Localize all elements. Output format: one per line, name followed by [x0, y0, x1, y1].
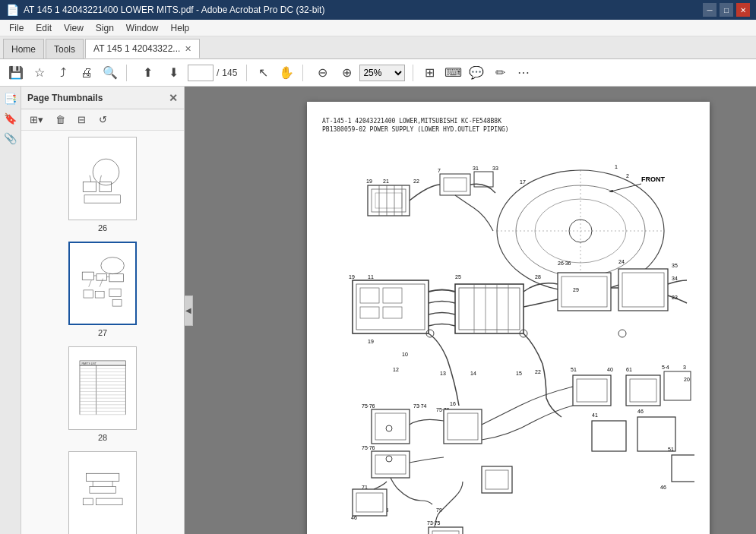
menu-item-help[interactable]: Help [165, 21, 196, 35]
svg-text:34: 34 [672, 276, 678, 281]
print-button[interactable]: 🖨 [75, 62, 98, 84]
menu-item-sign[interactable]: Sign [90, 21, 120, 35]
thumbnail-item-27[interactable]: 27 [68, 242, 137, 337]
separator-4 [413, 65, 413, 81]
zoom-in-button[interactable]: ⊕ [335, 62, 358, 84]
svg-text:51: 51 [571, 367, 577, 372]
annotation-button[interactable]: ✏ [489, 62, 511, 84]
window-controls: ─ □ ✕ [703, 3, 750, 17]
page-navigation: ⬆ ⬇ 27 / 145 [136, 62, 237, 84]
page-separator: / [217, 68, 219, 78]
svg-text:13: 13 [440, 371, 446, 376]
svg-text:10: 10 [402, 352, 408, 357]
zoom-controls: ⊖ ⊕ 25%33%50%67%75%100%125%150%200% [311, 62, 405, 84]
panel-delete-button[interactable]: 🗑 [50, 111, 70, 129]
svg-text:11: 11 [368, 274, 374, 280]
svg-text:26·36: 26·36 [558, 261, 571, 266]
svg-text:73·74: 73·74 [413, 403, 427, 409]
panel-close-button[interactable]: ✕ [169, 92, 178, 104]
panel-rotate-button[interactable]: ↺ [93, 111, 112, 129]
technical-drawing-svg: FRONT [322, 140, 694, 534]
svg-text:51: 51 [668, 447, 674, 452]
svg-text:19: 19 [366, 179, 372, 184]
select-tool-button[interactable]: ↖ [251, 62, 274, 84]
tab-label-home: Home [11, 44, 36, 55]
menu-item-window[interactable]: Window [120, 21, 165, 35]
svg-rect-60 [440, 174, 470, 195]
left-panel: Page Thumbnails ✕ ⊞▾ 🗑 ⊟ ↺ 26 [21, 87, 185, 534]
svg-rect-53 [368, 185, 410, 216]
zoom-select[interactable]: 25%33%50%67%75%100%125%150%200% [359, 65, 405, 81]
pdf-page: AT-145-1 42043221400 LOWER,MITSUBISHI KC… [307, 102, 710, 534]
svg-text:16: 16 [450, 401, 456, 406]
svg-text:15: 15 [516, 371, 522, 376]
tab-document[interactable]: AT 145 1 42043322...✕ [85, 39, 200, 58]
save-button[interactable]: 💾 [5, 62, 27, 84]
search-button[interactable]: 🔍 [99, 62, 122, 84]
svg-text:33: 33 [492, 166, 498, 171]
svg-rect-84 [558, 273, 611, 311]
prev-page-button[interactable]: ⬆ [136, 62, 159, 84]
svg-text:22: 22 [413, 179, 419, 184]
menu-item-view[interactable]: View [58, 21, 90, 35]
keyboard-button[interactable]: ⌨ [441, 62, 464, 84]
svg-text:25: 25 [455, 274, 461, 280]
pages-icon[interactable]: 📑 [2, 90, 20, 108]
menu-item-edit[interactable]: Edit [30, 21, 58, 35]
panel-toolbar: ⊞▾ 🗑 ⊟ ↺ [21, 109, 184, 131]
maximize-button[interactable]: □ [720, 3, 733, 17]
separator-1 [126, 65, 127, 81]
svg-text:7: 7 [438, 168, 441, 173]
thumbnail-label-27: 27 [98, 328, 107, 337]
svg-rect-139 [429, 527, 463, 534]
svg-text:PARTS LIST: PARTS LIST [81, 362, 96, 365]
menu-item-file[interactable]: File [3, 21, 30, 35]
svg-text:29: 29 [573, 287, 579, 292]
fit-page-button[interactable]: ⊞ [418, 62, 441, 84]
thumbnail-item-28[interactable]: PARTS LIST 28 [68, 346, 137, 442]
tab-tools[interactable]: Tools [46, 39, 84, 58]
tab-close-document[interactable]: ✕ [185, 44, 191, 54]
tab-label-tools: Tools [54, 44, 75, 55]
minimize-button[interactable]: ─ [703, 3, 716, 17]
page-number-input[interactable]: 27 [188, 65, 214, 81]
svg-text:3: 3 [683, 365, 686, 370]
toolbar: 💾 ☆ ⤴ 🖨 🔍 ⬆ ⬇ 27 / 145 ↖ ✋ ⊖ ⊕ 25%33%50%… [0, 59, 756, 87]
svg-rect-109 [444, 409, 482, 444]
thumbnail-content-28: PARTS LIST [69, 347, 136, 429]
hand-tool-button[interactable]: ✋ [275, 62, 298, 84]
zoom-out-button[interactable]: ⊖ [311, 62, 334, 84]
share-button[interactable]: ⤴ [52, 62, 74, 84]
pdf-viewer-area[interactable]: AT-145-1 42043221400 LOWER,MITSUBISHI KC… [185, 87, 756, 534]
svg-text:20: 20 [684, 377, 690, 382]
comment-button[interactable]: 💬 [465, 62, 488, 84]
panel-move-button[interactable]: ⊟ [71, 111, 91, 129]
tab-label-document: AT 145 1 42043322... [93, 43, 180, 54]
svg-text:24: 24 [618, 259, 625, 264]
page-total: 145 [222, 68, 237, 78]
more-tools-button[interactable]: ⋯ [512, 62, 535, 84]
svg-text:19: 19 [349, 274, 355, 280]
svg-text:5·4: 5·4 [662, 365, 669, 370]
thumbnail-item-29[interactable]: 29 [68, 451, 137, 534]
collapse-panel-handle[interactable]: ◀ [184, 295, 193, 326]
thumbnails-area: 26 27 [21, 131, 184, 534]
svg-text:75·76: 75·76 [362, 403, 375, 409]
panel-grid-button[interactable]: ⊞▾ [24, 111, 49, 129]
tab-home[interactable]: Home [3, 39, 44, 58]
svg-text:1: 1 [615, 164, 618, 169]
file-tools: 💾 ☆ ⤴ 🖨 🔍 [5, 62, 122, 84]
svg-text:21: 21 [383, 179, 389, 184]
attachment-icon[interactable]: 📎 [2, 129, 20, 147]
left-sidebar-icons: 📑 🔖 📎 [0, 87, 21, 534]
svg-point-148 [618, 330, 626, 337]
bookmark-icon[interactable]: 🔖 [2, 109, 20, 128]
app-icon: 📄 [6, 4, 19, 16]
separator-3 [302, 65, 303, 81]
close-button[interactable]: ✕ [736, 3, 750, 17]
separator-2 [246, 65, 247, 81]
thumbnail-item-26[interactable]: 26 [68, 137, 137, 232]
next-page-button[interactable]: ⬇ [162, 62, 185, 84]
bookmark-button[interactable]: ☆ [28, 62, 51, 84]
menu-bar: FileEditViewSignWindowHelp [0, 20, 756, 36]
